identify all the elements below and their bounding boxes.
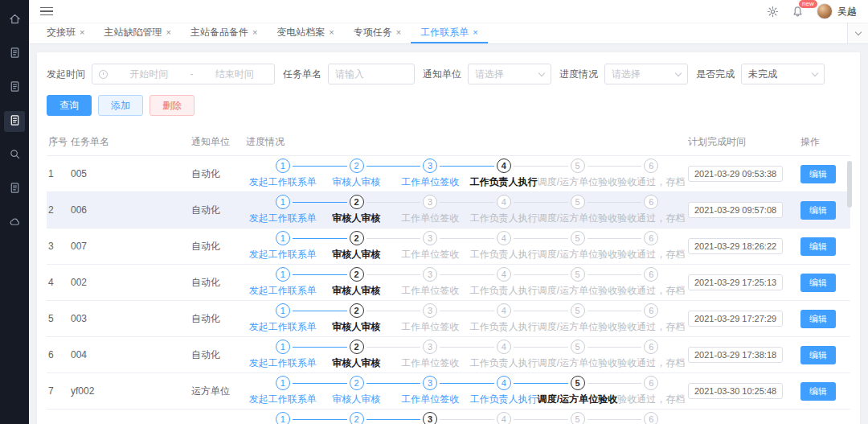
user-menu[interactable]: 吴越: [817, 3, 857, 19]
column-header: 通知单位: [191, 135, 246, 149]
step-3: 3工作单位签收: [393, 158, 467, 189]
bell-icon[interactable]: new: [792, 6, 804, 18]
filter-date-label: 发起时间: [47, 68, 85, 81]
scrollbar-thumb[interactable]: [847, 161, 852, 208]
progress-stepper: 1发起工作联系单2审核人审核3工作单位签收4工作负责人执行5调度/运方单位验收6…: [246, 267, 688, 298]
cell-task-name: 006: [71, 204, 191, 216]
tab-label: 变电站档案: [276, 26, 325, 39]
step-3: 3工作单位签收: [393, 376, 467, 406]
hamburger-menu-icon[interactable]: [40, 7, 53, 16]
tab-close-icon[interactable]: ×: [329, 28, 334, 37]
step-5: 5调度/运方单位验收: [541, 412, 615, 424]
delete-button[interactable]: 删除: [149, 95, 194, 116]
edit-button[interactable]: 编辑: [800, 165, 836, 183]
table-row: 4002自动化1发起工作联系单2审核人审核3工作单位签收4工作负责人执行5调度/…: [47, 265, 850, 301]
notification-badge: new: [799, 0, 817, 8]
step-4: 4工作负责人执行: [467, 195, 541, 225]
step-number: 5: [571, 303, 585, 318]
document-icon: [9, 182, 21, 197]
tab-item[interactable]: 变电站档案×: [267, 23, 343, 43]
edit-button[interactable]: 编辑: [800, 274, 836, 292]
step-label: 发起工作联系单: [249, 212, 317, 225]
step-4: 4工作负责人执行: [467, 158, 541, 189]
tab-item[interactable]: 主站缺陷管理×: [94, 23, 180, 43]
edit-button[interactable]: 编辑: [800, 346, 836, 364]
tab-close-icon[interactable]: ×: [80, 28, 84, 37]
search-button[interactable]: 查询: [47, 95, 92, 116]
cell-index: 7: [47, 385, 71, 397]
step-label: 验收通过，存档: [617, 212, 685, 225]
tab-label: 工作联系单: [420, 26, 469, 39]
sidebar-item-home[interactable]: [4, 10, 25, 31]
task-name-placeholder: 请输入: [335, 68, 364, 81]
progress-stepper: 1发起工作联系单2审核人审核3工作单位签收4工作负责人执行5调度/运方单位验收6…: [246, 376, 688, 406]
sidebar-item-doc-3[interactable]: [4, 111, 25, 132]
tab-close-icon[interactable]: ×: [396, 28, 401, 37]
gear-icon[interactable]: [767, 6, 779, 18]
tab-close-icon[interactable]: ×: [473, 28, 477, 37]
cell-index: 6: [47, 349, 71, 360]
cell-task-name: yf002: [71, 385, 191, 397]
step-6: 6验收通过，存档: [614, 340, 688, 370]
filter-unit-label: 通知单位: [423, 68, 461, 81]
step-3: 3工作单位签收: [393, 412, 467, 424]
edit-button[interactable]: 编辑: [800, 310, 836, 328]
cell-notify-unit: 自动化: [191, 204, 246, 217]
tab-bar: 交接班×主站缺陷管理×主站备品备件×变电站档案×专项任务×工作联系单×: [29, 23, 868, 44]
step-5: 5调度/运方单位验收: [541, 376, 615, 406]
edit-button[interactable]: 编辑: [800, 382, 836, 401]
step-label: 验收通过，存档: [617, 284, 685, 298]
step-number: 2: [350, 267, 364, 282]
step-5: 5调度/运方单位验收: [541, 231, 615, 261]
sidebar-item-doc-2[interactable]: [4, 77, 25, 98]
tab-overflow-button[interactable]: [847, 23, 868, 43]
sidebar-item-doc-1[interactable]: [4, 43, 25, 64]
sidebar-item-cloud[interactable]: [4, 212, 25, 233]
sidebar-item-doc-4[interactable]: [4, 179, 25, 200]
add-button[interactable]: 添加: [98, 95, 143, 116]
tab-item[interactable]: 专项任务×: [344, 23, 411, 43]
table-row: 7yf002运方单位1发起工作联系单2审核人审核3工作单位签收4工作负责人执行5…: [47, 373, 850, 410]
step-number: 1: [276, 303, 290, 318]
tab-close-icon[interactable]: ×: [166, 28, 170, 37]
date-range-input[interactable]: 开始时间 - 结束时间: [92, 64, 275, 84]
cell-index: 4: [47, 277, 71, 288]
step-number: 1: [276, 231, 290, 245]
step-number: 4: [497, 267, 511, 282]
step-label: 工作负责人执行: [470, 175, 538, 189]
step-number: 2: [350, 340, 364, 354]
complete-select[interactable]: 未完成: [741, 64, 825, 84]
progress-stepper: 1发起工作联系单2审核人审核3工作单位签收4工作负责人执行5调度/运方单位验收6…: [246, 303, 688, 334]
step-number: 3: [423, 376, 437, 390]
step-2: 2审核人审核: [320, 303, 394, 334]
task-name-input[interactable]: 请输入: [328, 64, 415, 84]
tab-item[interactable]: 交接班×: [37, 23, 94, 43]
notify-unit-select[interactable]: 请选择: [468, 64, 551, 84]
step-label: 工作单位签收: [401, 212, 459, 225]
edit-button[interactable]: 编辑: [800, 201, 836, 220]
step-2: 2审核人审核: [320, 231, 394, 261]
cell-task-name: 002: [71, 277, 191, 288]
step-2: 2审核人审核: [320, 158, 394, 189]
tab-item[interactable]: 工作联系单×: [411, 23, 487, 43]
complete-value: 未完成: [748, 68, 777, 81]
sidebar-item-search[interactable]: [4, 145, 25, 166]
step-5: 5调度/运方单位验收: [541, 340, 615, 370]
step-4: 4工作负责人执行: [467, 412, 541, 424]
step-label: 发起工作联系单: [249, 356, 317, 370]
document-icon: [9, 80, 21, 96]
step-4: 4工作负责人执行: [467, 267, 541, 298]
page-content: 发起时间 开始时间 - 结束时间 任务单名 请输入: [29, 44, 868, 424]
table-row: 2006自动化1发起工作联系单2审核人审核3工作单位签收4工作负责人执行5调度/…: [47, 192, 850, 228]
topbar-right: new 吴越: [767, 3, 857, 19]
edit-button[interactable]: 编辑: [800, 237, 836, 256]
filter-complete-label: 是否完成: [696, 68, 735, 81]
column-header: 计划完成时间: [688, 135, 800, 149]
filter-task-label: 任务单名: [283, 68, 321, 81]
planned-completion-time: 2021-03-29 17:27:29: [688, 311, 783, 327]
tab-close-icon[interactable]: ×: [252, 28, 257, 37]
step-3: 3工作单位签收: [393, 267, 467, 298]
step-2: 2审核人审核: [320, 412, 394, 424]
tab-item[interactable]: 主站备品备件×: [181, 23, 267, 43]
progress-select[interactable]: 请选择: [604, 64, 688, 84]
